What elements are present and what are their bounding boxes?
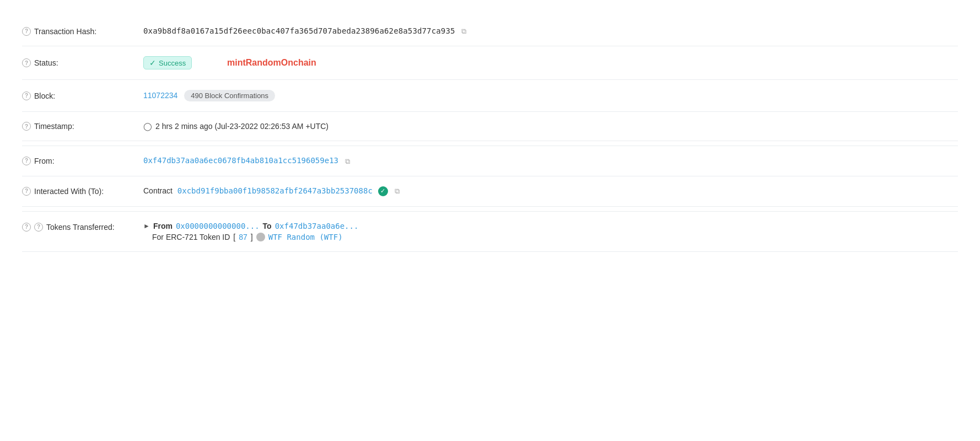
- to-address-link[interactable]: 0xcbd91f9bba00f1b98582afbf2647a3bb253708…: [177, 186, 373, 195]
- contract-verified-icon: ✓: [378, 186, 388, 196]
- from-address-copy-icon[interactable]: ⧉: [345, 157, 350, 166]
- token-name-link[interactable]: WTF Random (WTF): [268, 233, 343, 241]
- token-id-line: For ERC-721 Token ID [87] WTF Random (WT…: [143, 233, 958, 241]
- timestamp-row: ? Timestamp: ◯ 2 hrs 2 mins ago (Jul-23-…: [22, 112, 958, 141]
- timestamp-content: ◯ 2 hrs 2 mins ago (Jul-23-2022 02:26:53…: [143, 122, 958, 131]
- success-check-icon: ✓: [149, 58, 156, 67]
- tokens-row: ? ? Tokens Transferred: ► From 0x0000000…: [22, 211, 958, 251]
- tx-hash-value: 0xa9b8df8a0167a15df26eec0bac407fa365d707…: [143, 26, 455, 35]
- status-badge-label: Success: [159, 59, 186, 67]
- tokens-label-cell: ? ? Tokens Transferred:: [22, 223, 143, 232]
- contract-prefix-label: Contract: [143, 186, 173, 195]
- timestamp-label: Timestamp:: [34, 122, 74, 131]
- from-value-cell: 0xf47db37aa0a6ec0678fb4ab810a1cc5196059e…: [143, 146, 958, 176]
- from-address-link[interactable]: 0xf47db37aa0a6ec0678fb4ab810a1cc5196059e…: [143, 156, 338, 165]
- tokens-from-address[interactable]: 0x0000000000000...: [176, 222, 260, 230]
- tx-hash-value-cell: 0xa9b8df8a0167a15df26eec0bac407fa365d707…: [143, 17, 958, 46]
- tokens-to-label: To: [263, 222, 272, 230]
- clock-icon: ◯: [143, 122, 152, 131]
- block-value-cell: 11072234 490 Block Confirmations: [143, 80, 958, 112]
- tokens-content: ► From 0x0000000000000... To 0xf47db37aa…: [143, 222, 958, 241]
- timestamp-help-icon[interactable]: ?: [22, 122, 31, 131]
- block-label-cell: ? Block:: [22, 92, 132, 100]
- tokens-arrow-icon: ►: [143, 222, 150, 230]
- block-number-link[interactable]: 11072234: [143, 91, 177, 100]
- tokens-help-icon-1[interactable]: ?: [22, 223, 31, 232]
- tokens-from-label: From: [153, 222, 173, 230]
- status-label: Status:: [34, 58, 58, 67]
- from-help-icon[interactable]: ?: [22, 157, 31, 165]
- status-row: ? Status: ✓ Success mintRandomOnchain: [22, 46, 958, 80]
- block-row: ? Block: 11072234 490 Block Confirmation…: [22, 80, 958, 112]
- to-help-icon[interactable]: ?: [22, 187, 31, 196]
- tx-hash-row: ? Transaction Hash: 0xa9b8df8a0167a15df2…: [22, 17, 958, 46]
- token-logo-icon: [256, 233, 265, 241]
- from-label: From:: [34, 157, 55, 165]
- bracket-close: ]: [251, 233, 253, 241]
- tokens-value-cell: ► From 0x0000000000000... To 0xf47db37aa…: [143, 211, 958, 251]
- block-help-icon[interactable]: ?: [22, 92, 31, 100]
- tokens-label: Tokens Transferred:: [46, 223, 115, 232]
- spacer-row-1: [22, 141, 958, 146]
- timestamp-label-cell: ? Timestamp:: [22, 122, 132, 131]
- tx-hash-help-icon[interactable]: ?: [22, 27, 31, 36]
- block-label: Block:: [34, 92, 55, 100]
- spacer-row-2: [22, 206, 958, 211]
- status-badge: ✓ Success: [143, 56, 192, 69]
- mint-function-label: mintRandomOnchain: [227, 58, 316, 67]
- to-value-cell: Contract 0xcbd91f9bba00f1b98582afbf2647a…: [143, 176, 958, 206]
- tokens-to-address[interactable]: 0xf47db37aa0a6e...: [275, 222, 359, 230]
- to-label-cell: ? Interacted With (To):: [22, 187, 132, 196]
- to-address-copy-icon[interactable]: ⧉: [395, 187, 400, 196]
- tokens-help-icon-2[interactable]: ?: [34, 223, 43, 232]
- timestamp-value-cell: ◯ 2 hrs 2 mins ago (Jul-23-2022 02:26:53…: [143, 112, 958, 141]
- from-label-cell: ? From:: [22, 157, 132, 165]
- token-id-value: 87: [239, 233, 247, 241]
- transaction-detail-table: ? Transaction Hash: 0xa9b8df8a0167a15df2…: [22, 17, 958, 252]
- status-help-icon[interactable]: ?: [22, 58, 31, 67]
- tokens-for-label: For ERC-721 Token ID: [152, 233, 230, 241]
- tx-hash-label: Transaction Hash:: [34, 27, 96, 36]
- from-row: ? From: 0xf47db37aa0a6ec0678fb4ab810a1cc…: [22, 146, 958, 176]
- status-value-cell: ✓ Success mintRandomOnchain: [143, 46, 958, 80]
- timestamp-text: 2 hrs 2 mins ago (Jul-23-2022 02:26:53 A…: [155, 122, 329, 131]
- status-label-cell: ? Status:: [22, 58, 132, 67]
- tx-hash-label-cell: ? Transaction Hash:: [22, 27, 132, 36]
- confirmations-badge: 490 Block Confirmations: [184, 90, 275, 101]
- tx-hash-copy-icon[interactable]: ⧉: [461, 27, 466, 36]
- tokens-transfer-line: ► From 0x0000000000000... To 0xf47db37aa…: [143, 222, 958, 230]
- to-label: Interacted With (To):: [34, 187, 104, 196]
- to-row: ? Interacted With (To): Contract 0xcbd91…: [22, 176, 958, 206]
- bracket-open: [: [233, 233, 235, 241]
